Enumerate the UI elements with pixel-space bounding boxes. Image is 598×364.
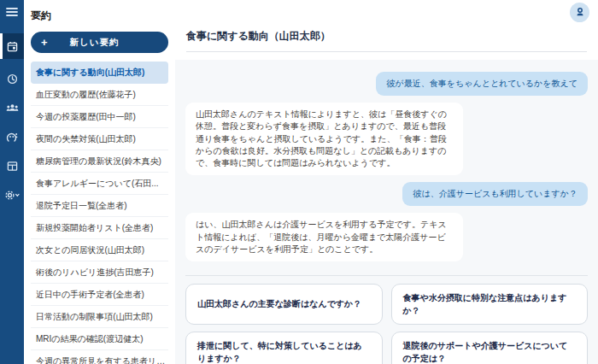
- sidebar-item[interactable]: 日常活動の制限事項(山田太郎): [31, 306, 168, 328]
- sidebar-item-label: 近日中の手術予定者(全患者): [36, 289, 144, 301]
- sidebar-item-label: MRIの結果の確認(渡辺健太): [36, 333, 143, 345]
- sidebar-item[interactable]: 食事アレルギーについて(石田...: [31, 173, 168, 195]
- sidebar-item[interactable]: 新規投薬開始者リスト(全患者): [31, 217, 168, 239]
- suggestion-button[interactable]: 山田太郎さんの主要な診断はなんですか？: [185, 284, 383, 325]
- sidebar-item-label: 退院予定日一覧(全患者): [36, 200, 127, 212]
- app-window: 要約 + 新しい要約 食事に関する動向(山田太郎) 血圧変動の履歴(佐藤花子) …: [0, 0, 598, 364]
- user-avatar-button[interactable]: [570, 3, 589, 22]
- group-icon[interactable]: [0, 97, 24, 119]
- person-icon: [575, 7, 585, 17]
- chat-area: 彼が最近、食事をちゃんととれているかを教えて 山田太郎さんのテキスト情報によりま…: [175, 60, 598, 364]
- assistant-message: はい、山田太郎さんは介護サービスを利用する予定です。テキスト情報によれば、「退院…: [185, 213, 463, 261]
- sidebar-item-label: 食事に関する動向(山田太郎): [36, 67, 144, 79]
- sidebar-item[interactable]: 退院予定日一覧(全患者): [31, 195, 168, 217]
- sidebar-item[interactable]: 食事に関する動向(山田太郎): [31, 62, 168, 84]
- menu-icon[interactable]: [0, 0, 24, 24]
- page-title: 要約: [24, 7, 175, 32]
- chat-panel: 食事に関する動向（山田太郎） 彼が最近、食事をちゃんととれているかを教えて 山田…: [175, 0, 598, 364]
- sidebar-item[interactable]: 今週の異常所見を有する患者リ…: [31, 350, 168, 364]
- sidebar-item[interactable]: 血圧変動の履歴(佐藤花子): [31, 84, 168, 106]
- plus-icon: +: [41, 36, 48, 49]
- sidebar-item[interactable]: 夜間の失禁対策(山田太郎): [31, 128, 168, 150]
- suggestion-cards: 山田太郎さんの主要な診断はなんですか？ 食事や水分摂取に特別な注意点はありますか…: [185, 284, 588, 364]
- assistant-message: 山田太郎さんのテキスト情報によりますと、彼は「昼食後すぐの休憩。普段と変わらず食…: [185, 103, 463, 175]
- sidebar-item[interactable]: 糖尿病管理の最新状況(鈴木真央): [31, 150, 168, 173]
- assistant-face-icon[interactable]: [0, 126, 24, 148]
- window-icon[interactable]: [0, 155, 24, 177]
- suggestion-button[interactable]: 排泄に関して、特に対策していることはありますか？: [185, 332, 383, 364]
- calendar-icon[interactable]: [0, 33, 24, 59]
- sidebar-item-label: 今週の異常所見を有する患者リ…: [36, 355, 165, 364]
- sidebar-item[interactable]: 今週の投薬履歴(田中一郎): [31, 106, 168, 128]
- sidebar-item-label: 夜間の失禁対策(山田太郎): [36, 133, 136, 145]
- sidebar-item-label: 術後のリハビリ進捗(吉田恵子): [36, 267, 154, 279]
- user-message: 彼は、介護サービスも利用していますか？: [402, 182, 588, 206]
- sidebar-item-label: 血圧変動の履歴(佐藤花子): [36, 89, 136, 101]
- sidebar-item-label: 糖尿病管理の最新状況(鈴木真央): [36, 156, 161, 167]
- conversation-header: 食事に関する動向（山田太郎）: [175, 24, 598, 60]
- suggestion-button[interactable]: 退院後のサポートや介護サービスについての予定は？: [391, 332, 589, 364]
- sidebar-item[interactable]: 次女との同居状況(山田太郎): [31, 239, 168, 261]
- sidebar-item-label: 次女との同居状況(山田太郎): [36, 244, 144, 256]
- sidebar-item-label: 今週の投薬履歴(田中一郎): [36, 111, 136, 123]
- history-icon[interactable]: [0, 68, 24, 90]
- new-summary-button[interactable]: + 新しい要約: [31, 32, 168, 53]
- icon-rail: [0, 0, 24, 364]
- sidebar-item-label: 日常活動の制限事項(山田太郎): [36, 311, 153, 323]
- summary-sidebar: 要約 + 新しい要約 食事に関する動向(山田太郎) 血圧変動の履歴(佐藤花子) …: [24, 0, 175, 364]
- conversation-title: 食事に関する動向（山田太郎）: [186, 29, 587, 52]
- new-summary-label: 新しい要約: [70, 37, 120, 49]
- suggestion-button[interactable]: 食事や水分摂取に特別な注意点はありますか？: [391, 284, 589, 325]
- sidebar-item-label: 食事アレルギーについて(石田...: [36, 178, 159, 190]
- sidebar-item-label: 新規投薬開始者リスト(全患者): [36, 222, 153, 234]
- sidebar-item[interactable]: MRIの結果の確認(渡辺健太): [31, 328, 168, 350]
- suggestions-divider: [185, 275, 588, 276]
- top-bar: [175, 0, 598, 24]
- settings-gear-icon[interactable]: [0, 184, 24, 206]
- sidebar-item[interactable]: 近日中の手術予定者(全患者): [31, 284, 168, 306]
- user-message: 彼が最近、食事をちゃんととれているかを教えて: [376, 72, 588, 96]
- sidebar-item[interactable]: 術後のリハビリ進捗(吉田恵子): [31, 261, 168, 284]
- summary-list: 食事に関する動向(山田太郎) 血圧変動の履歴(佐藤花子) 今週の投薬履歴(田中一…: [24, 60, 175, 364]
